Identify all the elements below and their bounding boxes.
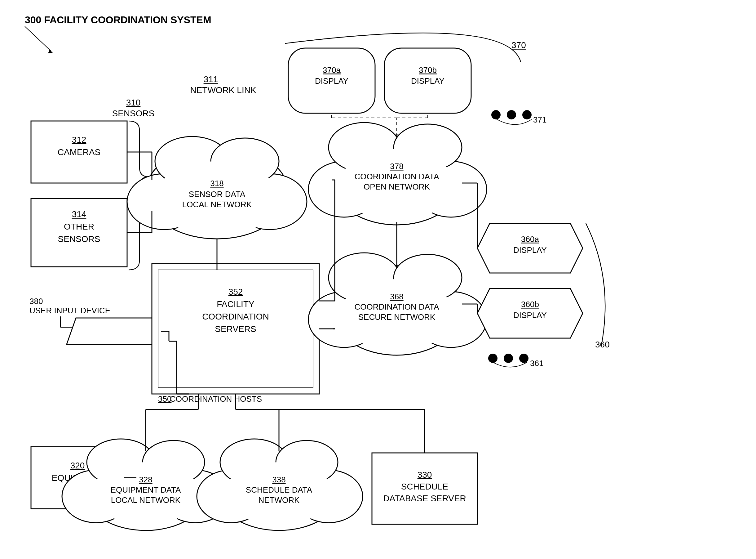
svg-text:DISPLAY: DISPLAY bbox=[513, 245, 547, 255]
svg-text:NETWORK LINK: NETWORK LINK bbox=[190, 85, 256, 95]
svg-text:378: 378 bbox=[390, 162, 403, 171]
svg-text:SENSOR DATA: SENSOR DATA bbox=[189, 189, 245, 199]
display-360a: 360a DISPLAY bbox=[477, 223, 583, 273]
svg-point-52 bbox=[208, 479, 263, 519]
svg-text:SECURE NETWORK: SECURE NETWORK bbox=[358, 312, 435, 322]
svg-line-0 bbox=[25, 26, 51, 51]
svg-text:COORDINATION: COORDINATION bbox=[202, 312, 269, 321]
svg-text:DISPLAY: DISPLAY bbox=[513, 311, 547, 320]
svg-text:LOCAL NETWORK: LOCAL NETWORK bbox=[182, 200, 252, 209]
svg-text:312: 312 bbox=[72, 135, 87, 144]
svg-text:SENSORS: SENSORS bbox=[112, 109, 155, 118]
svg-point-90 bbox=[507, 110, 516, 119]
svg-text:COORDINATION HOSTS: COORDINATION HOSTS bbox=[170, 394, 262, 404]
display-370a: 370a DISPLAY bbox=[288, 48, 375, 113]
svg-text:350: 350 bbox=[158, 394, 171, 404]
svg-text:USER INPUT DEVICE: USER INPUT DEVICE bbox=[29, 306, 110, 315]
title-label: 300 FACILITY COORDINATION SYSTEM bbox=[25, 14, 211, 25]
svg-text:CAMERAS: CAMERAS bbox=[58, 147, 100, 157]
svg-text:DISPLAY: DISPLAY bbox=[411, 76, 445, 86]
svg-text:360a: 360a bbox=[521, 234, 539, 244]
svg-text:COORDINATION DATA: COORDINATION DATA bbox=[355, 302, 440, 311]
svg-point-89 bbox=[491, 110, 501, 119]
other-sensors-box bbox=[31, 199, 127, 267]
svg-text:320: 320 bbox=[70, 461, 85, 470]
svg-text:OTHER: OTHER bbox=[64, 222, 94, 231]
svg-text:368: 368 bbox=[390, 292, 403, 301]
svg-text:371: 371 bbox=[533, 115, 546, 125]
svg-text:EQUIPMENT DATA: EQUIPMENT DATA bbox=[111, 485, 181, 494]
svg-text:370b: 370b bbox=[419, 65, 437, 75]
user-input-box bbox=[67, 318, 161, 344]
display-360b: 360b DISPLAY bbox=[477, 289, 583, 338]
svg-text:330: 330 bbox=[418, 470, 432, 479]
svg-text:SCHEDULE: SCHEDULE bbox=[401, 482, 448, 491]
svg-text:360b: 360b bbox=[521, 300, 539, 309]
svg-text:310: 310 bbox=[126, 98, 141, 107]
diagram-container: 300 FACILITY COORDINATION SYSTEM 312 CAM… bbox=[0, 0, 756, 559]
diagram-svg: 300 FACILITY COORDINATION SYSTEM 312 CAM… bbox=[0, 0, 756, 559]
svg-text:COORDINATION DATA: COORDINATION DATA bbox=[355, 172, 440, 181]
display-370b: 370b DISPLAY bbox=[384, 48, 471, 113]
svg-text:SCHEDULE DATA: SCHEDULE DATA bbox=[246, 485, 312, 494]
svg-text:361: 361 bbox=[530, 359, 543, 368]
sensor-data-cloud: 318 SENSOR DATA LOCAL NETWORK bbox=[127, 136, 307, 239]
svg-point-100 bbox=[488, 354, 497, 363]
svg-text:318: 318 bbox=[210, 179, 223, 188]
svg-point-91 bbox=[522, 110, 531, 119]
svg-text:370: 370 bbox=[512, 40, 526, 50]
svg-text:338: 338 bbox=[272, 475, 285, 484]
svg-text:FACILITY: FACILITY bbox=[217, 299, 255, 309]
svg-text:SENSORS: SENSORS bbox=[58, 234, 100, 244]
svg-text:328: 328 bbox=[139, 475, 152, 484]
svg-text:DISPLAY: DISPLAY bbox=[315, 76, 348, 86]
svg-text:NETWORK: NETWORK bbox=[259, 495, 300, 505]
schedule-data-cloud: 338 SCHEDULE DATA NETWORK bbox=[197, 439, 363, 531]
svg-text:311: 311 bbox=[204, 74, 218, 84]
svg-point-102 bbox=[519, 354, 528, 363]
svg-point-53 bbox=[296, 479, 352, 519]
svg-text:352: 352 bbox=[229, 287, 243, 296]
svg-text:380: 380 bbox=[29, 296, 43, 306]
svg-point-101 bbox=[504, 354, 513, 363]
svg-text:314: 314 bbox=[72, 209, 87, 219]
svg-text:SERVERS: SERVERS bbox=[215, 324, 256, 334]
svg-text:DATABASE SERVER: DATABASE SERVER bbox=[383, 494, 466, 503]
svg-text:370a: 370a bbox=[323, 65, 341, 75]
svg-text:LOCAL NETWORK: LOCAL NETWORK bbox=[111, 495, 181, 505]
svg-text:OPEN NETWORK: OPEN NETWORK bbox=[363, 182, 430, 192]
